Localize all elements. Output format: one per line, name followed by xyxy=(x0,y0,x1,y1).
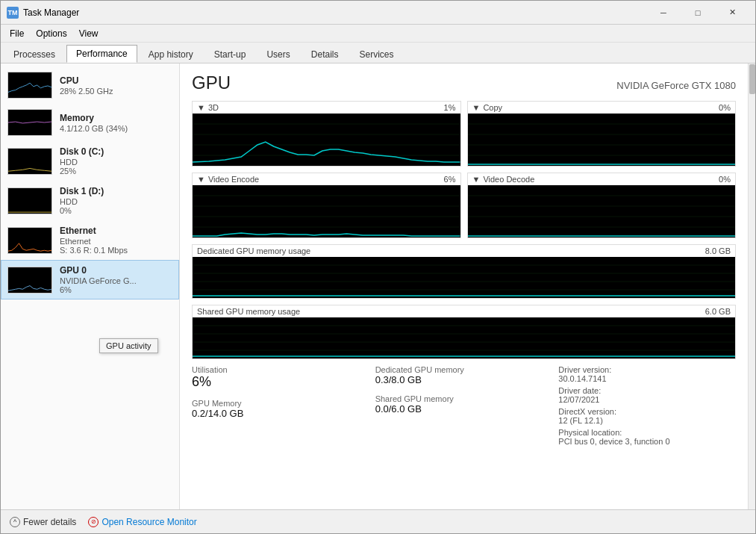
gpu-activity-tooltip: GPU activity xyxy=(99,338,158,353)
chart-shared-mem: Shared GPU memory usage 6.0 GB xyxy=(192,305,736,359)
disk0-info: Disk 0 (C:) HDD25% xyxy=(60,146,104,176)
chart-vdecode-value: 0% xyxy=(719,175,731,184)
chart-vencode-header: ▼ Video Encode 6% xyxy=(193,173,460,185)
menu-options[interactable]: Options xyxy=(30,27,72,40)
chart-shared-mem-label: Shared GPU memory usage xyxy=(197,307,300,316)
disk1-info: Disk 1 (D:) HDD0% xyxy=(60,186,104,215)
task-manager-window: TM Task Manager ─ □ ✕ File Options View … xyxy=(0,0,756,534)
chart-vdecode-header: ▼ Video Decode 0% xyxy=(468,173,736,185)
stat-group-mid: Dedicated GPU memory 0.3/8.0 GB Shared G… xyxy=(375,365,553,446)
disk1-mini-chart xyxy=(7,187,52,214)
fewer-details-button[interactable]: ^ Fewer details xyxy=(10,517,76,527)
disk1-sub: HDD0% xyxy=(60,197,104,215)
scrollbar[interactable] xyxy=(748,63,755,509)
chart-copy: ▼ Copy 0% xyxy=(467,101,737,167)
gpu-title: GPU xyxy=(192,72,231,93)
utilisation-label: Utilisation xyxy=(192,365,369,374)
sidebar-item-memory[interactable]: Memory 4.1/12.0 GB (34%) xyxy=(1,104,179,141)
menu-file[interactable]: File xyxy=(4,27,30,40)
menu-view[interactable]: View xyxy=(73,27,104,40)
tab-services[interactable]: Services xyxy=(349,46,403,63)
chart-video-decode: ▼ Video Decode 0% xyxy=(467,173,737,238)
stat-shared-mem: Shared GPU memory 0.0/6.0 GB xyxy=(375,394,553,415)
chart-shared-mem-canvas xyxy=(193,317,735,358)
tab-app-history[interactable]: App history xyxy=(139,46,203,63)
tab-processes[interactable]: Processes xyxy=(4,46,65,63)
gpu-panel: GPU NVIDIA GeForce GTX 1080 ▼ 3D 1% xyxy=(180,63,748,509)
utilisation-value: 6% xyxy=(192,374,369,390)
chart-dedicated-mem-canvas xyxy=(193,257,735,298)
physical-loc-value: PCI bus 0, device 3, function 0 xyxy=(558,437,736,446)
stats-row: Utilisation 6% GPU Memory 0.2/14.0 GB De… xyxy=(192,365,736,446)
svg-rect-26 xyxy=(193,257,735,298)
stat-utilisation: Utilisation 6% xyxy=(192,365,369,390)
tab-users[interactable]: Users xyxy=(257,46,299,63)
chart-copy-label: ▼ Copy xyxy=(472,103,503,112)
sidebar-item-cpu[interactable]: CPU 28% 2.50 GHz xyxy=(1,66,179,104)
gpu0-sub: NVIDIA GeForce G...6% xyxy=(60,276,137,294)
monitor-icon: ⊘ xyxy=(88,517,99,527)
sidebar-item-ethernet[interactable]: Ethernet EthernetS: 3.6 R: 0.1 Mbps xyxy=(1,220,179,260)
svg-rect-11 xyxy=(468,114,736,166)
chart-vencode-label: ▼ Video Encode xyxy=(197,175,259,184)
chart-3d-canvas xyxy=(193,114,460,166)
disk0-mini-chart xyxy=(7,148,52,175)
disk0-sub: HDD25% xyxy=(60,158,104,176)
chart-copy-header: ▼ Copy 0% xyxy=(468,102,736,114)
tab-startup[interactable]: Start-up xyxy=(204,46,256,63)
chevron-up-icon: ^ xyxy=(10,517,20,527)
chart-video-encode: ▼ Video Encode 6% xyxy=(192,173,461,238)
window-controls: ─ □ ✕ xyxy=(646,1,749,25)
chart-3d-label: ▼ 3D xyxy=(197,103,219,112)
cpu-label: CPU xyxy=(60,75,113,86)
svg-rect-5 xyxy=(8,267,51,293)
chart-shared-mem-value: 6.0 GB xyxy=(705,307,731,316)
svg-rect-3 xyxy=(8,188,51,214)
open-resource-monitor-button[interactable]: ⊘ Open Resource Monitor xyxy=(88,517,196,527)
chart-vencode-canvas xyxy=(193,185,460,237)
sidebar-item-gpu0[interactable]: GPU 0 NVIDIA GeForce G...6% GPU activity xyxy=(1,260,179,299)
disk1-label: Disk 1 (D:) xyxy=(60,186,104,196)
chart-vdecode-canvas xyxy=(468,185,736,237)
chart-copy-value: 0% xyxy=(719,103,731,112)
memory-sub: 4.1/12.0 GB (34%) xyxy=(60,124,128,133)
stat-group-left: Utilisation 6% GPU Memory 0.2/14.0 GB xyxy=(192,365,369,446)
disk0-label: Disk 0 (C:) xyxy=(60,146,104,157)
open-resource-monitor-label: Open Resource Monitor xyxy=(101,517,196,527)
chart-vencode-value: 6% xyxy=(444,175,456,184)
sidebar-item-disk1[interactable]: Disk 1 (D:) HDD0% xyxy=(1,181,179,220)
driver-date-value: 12/07/2021 xyxy=(558,395,736,404)
ethernet-label: Ethernet xyxy=(60,226,128,236)
directx-value: 12 (FL 12.1) xyxy=(558,416,736,425)
chart-dedicated-mem: Dedicated GPU memory usage 8.0 GB xyxy=(192,244,736,299)
memory-label: Memory xyxy=(60,113,128,123)
gpu-memory-label: GPU Memory xyxy=(192,399,369,408)
minimize-button[interactable]: ─ xyxy=(646,1,681,25)
chart-shared-mem-header: Shared GPU memory usage 6.0 GB xyxy=(193,305,735,317)
gpu-model: NVIDIA GeForce GTX 1080 xyxy=(616,80,736,91)
svg-rect-21 xyxy=(468,185,736,237)
window-title: Task Manager xyxy=(23,7,646,18)
driver-version-label: Driver version: xyxy=(558,365,736,374)
scrollbar-thumb[interactable] xyxy=(749,64,755,94)
dedicated-mem-value: 0.3/8.0 GB xyxy=(375,374,553,385)
titlebar: TM Task Manager ─ □ ✕ xyxy=(1,1,755,25)
dedicated-mem-label: Dedicated GPU memory xyxy=(375,365,553,374)
shared-mem-value: 0.0/6.0 GB xyxy=(375,403,553,415)
maximize-button[interactable]: □ xyxy=(681,1,715,25)
fewer-details-label: Fewer details xyxy=(23,517,76,527)
tabbar: Processes Performance App history Start-… xyxy=(1,43,755,63)
bottombar: ^ Fewer details ⊘ Open Resource Monitor xyxy=(1,509,755,533)
directx-label: DirectX version: xyxy=(558,407,736,416)
close-button[interactable]: ✕ xyxy=(715,1,749,25)
stat-driver-version: Driver version: 30.0.14.7141 xyxy=(558,365,736,383)
charts-mid-row: ▼ Video Encode 6% xyxy=(192,173,736,238)
sidebar-item-disk0[interactable]: Disk 0 (C:) HDD25% xyxy=(1,141,179,181)
stat-directx: DirectX version: 12 (FL 12.1) xyxy=(558,407,736,425)
ethernet-info: Ethernet EthernetS: 3.6 R: 0.1 Mbps xyxy=(60,226,128,255)
tab-performance[interactable]: Performance xyxy=(66,45,137,63)
tab-details[interactable]: Details xyxy=(302,46,349,63)
stat-driver-date: Driver date: 12/07/2021 xyxy=(558,386,736,404)
stat-group-right: Driver version: 30.0.14.7141 Driver date… xyxy=(558,365,736,446)
gpu0-info: GPU 0 NVIDIA GeForce G...6% xyxy=(60,265,137,294)
